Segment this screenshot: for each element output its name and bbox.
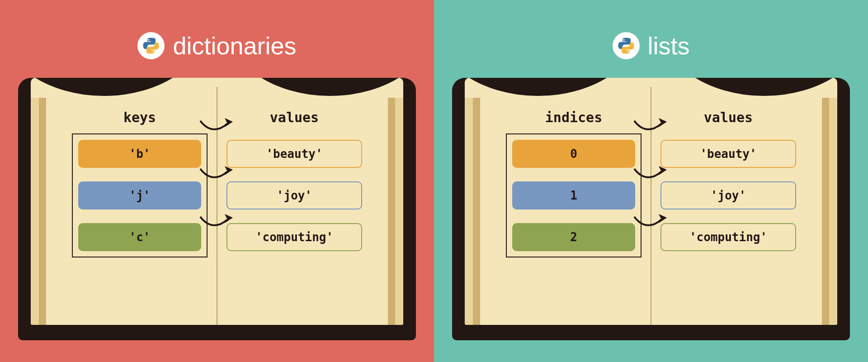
indices-header: indices — [545, 110, 602, 125]
arrow-icon — [631, 160, 671, 188]
panel-title: lists — [648, 32, 690, 60]
value-chip: 'computing' — [226, 223, 362, 251]
indices-column: indices 0 1 2 — [496, 110, 651, 311]
values-header: values — [270, 110, 319, 125]
index-chip: 0 — [512, 140, 635, 168]
page-edge-right — [388, 98, 403, 325]
title-row-dictionaries: dictionaries — [137, 32, 296, 60]
key-chip: 'c' — [78, 223, 201, 251]
value-chip: 'joy' — [660, 181, 796, 210]
book-pages: keys 'b' 'j' 'c' values 'beauty' 'joy' '… — [31, 78, 403, 325]
book-dictionaries: keys 'b' 'j' 'c' values 'beauty' 'joy' '… — [18, 78, 416, 340]
key-chip: 'j' — [78, 181, 201, 210]
key-chip: 'b' — [78, 140, 201, 168]
keys-column: keys 'b' 'j' 'c' — [62, 110, 217, 311]
python-logo-icon — [137, 32, 165, 59]
page-edge-right — [822, 98, 837, 325]
panel-dictionaries: dictionaries keys 'b' 'j' 'c' values — [0, 0, 434, 362]
keys-frame: 'b' 'j' 'c' — [72, 133, 208, 257]
values-column: values 'beauty' 'joy' 'computing' — [217, 110, 372, 311]
arrows — [197, 106, 237, 236]
arrows — [631, 106, 671, 236]
value-chip: 'beauty' — [226, 140, 362, 168]
arrow-icon — [631, 208, 671, 236]
arrow-icon — [197, 112, 237, 140]
value-chip: 'joy' — [226, 181, 362, 210]
arrow-icon — [197, 160, 237, 188]
book-pages: indices 0 1 2 values 'beauty' 'joy' 'com… — [465, 78, 837, 325]
index-chip: 2 — [512, 223, 635, 251]
keys-header: keys — [123, 110, 156, 125]
value-chip: 'beauty' — [660, 140, 796, 168]
indices-frame: 0 1 2 — [506, 133, 642, 257]
value-chip: 'computing' — [660, 223, 796, 251]
values-header: values — [704, 110, 753, 125]
arrow-icon — [197, 208, 237, 236]
values-column: values 'beauty' 'joy' 'computing' — [651, 110, 806, 311]
page-edge-left — [31, 98, 46, 325]
arrow-icon — [631, 112, 671, 140]
values-stack: 'beauty' 'joy' 'computing' — [226, 133, 362, 257]
panel-lists: lists indices 0 1 2 values — [434, 0, 868, 362]
title-row-lists: lists — [613, 32, 690, 60]
panel-title: dictionaries — [173, 32, 296, 60]
python-logo-icon — [613, 32, 640, 59]
page-edge-left — [465, 98, 480, 325]
values-stack: 'beauty' 'joy' 'computing' — [660, 133, 796, 257]
book-lists: indices 0 1 2 values 'beauty' 'joy' 'com… — [452, 78, 850, 340]
index-chip: 1 — [512, 181, 635, 210]
